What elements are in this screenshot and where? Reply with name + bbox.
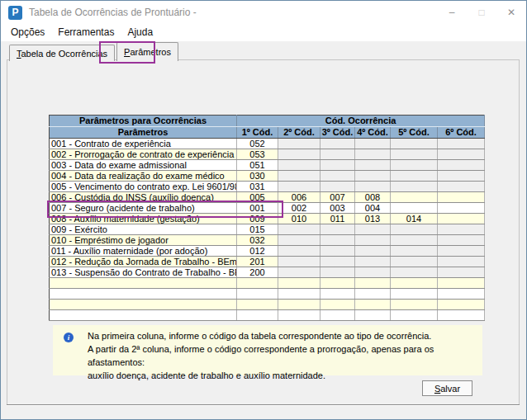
code-cell (438, 235, 485, 246)
code-cell (278, 246, 320, 257)
group-header-cod-ocorrencia: Cód. Ocorrência (237, 116, 485, 127)
code-cell[interactable]: 015 (237, 224, 278, 235)
code-cell (320, 139, 355, 149)
code-cell[interactable] (438, 214, 485, 224)
code-cell[interactable]: 007 (320, 192, 355, 203)
code-cell[interactable]: 002 (278, 203, 320, 214)
code-cell[interactable] (320, 278, 355, 289)
code-cell[interactable] (438, 310, 485, 321)
code-cell (320, 160, 355, 171)
code-cell[interactable] (355, 289, 391, 300)
parameters-grid: Parâmetros para Ocorrências Cód. Ocorrên… (49, 115, 485, 321)
code-cell (355, 160, 391, 171)
code-cell[interactable]: 003 (320, 203, 355, 214)
tabstrip: Tabela de Ocorrências Parâmetros (9, 42, 180, 61)
code-cell (320, 235, 355, 246)
table-row (50, 300, 485, 310)
param-cell: 002 - Prorrogação de contrato de experiê… (50, 149, 237, 160)
code-cell[interactable] (355, 300, 391, 310)
table-row: 001 - Contrato de experiência052 (50, 139, 485, 149)
param-cell (50, 278, 237, 289)
code-cell[interactable]: 011 (320, 214, 355, 224)
code-cell[interactable] (320, 300, 355, 310)
code-cell[interactable] (438, 192, 485, 203)
code-cell[interactable] (355, 278, 391, 289)
info-icon: i (64, 333, 74, 342)
code-cell[interactable] (278, 300, 320, 310)
code-cell[interactable] (391, 203, 438, 214)
code-cell[interactable]: 051 (237, 160, 278, 171)
menu-ferramentas[interactable]: Ferramentas (51, 25, 121, 40)
code-cell (320, 149, 355, 160)
code-cell[interactable] (438, 203, 485, 214)
code-cell (391, 139, 438, 149)
menubar: Opções Ferramentas Ajuda (1, 24, 526, 41)
code-cell[interactable] (237, 310, 278, 321)
table-row: 003 - Data do exame admissional051 (50, 160, 485, 171)
code-cell[interactable] (438, 289, 485, 300)
code-cell[interactable] (355, 310, 391, 321)
code-cell[interactable]: 014 (391, 214, 438, 224)
code-cell[interactable]: 012 (237, 246, 278, 257)
code-cell (355, 139, 391, 149)
code-cell[interactable]: 009 (237, 214, 278, 224)
menu-ajuda[interactable]: Ajuda (121, 25, 159, 40)
param-cell: 010 - Empréstimo de jogador (50, 235, 237, 246)
code-cell[interactable]: 030 (237, 171, 278, 182)
col-header-4: 4º Cód. (355, 127, 391, 139)
code-cell (391, 160, 438, 171)
table-row: 011 - Auxílio maternidade (por adoção)01… (50, 246, 485, 257)
code-cell[interactable] (320, 289, 355, 300)
code-cell[interactable]: 008 (355, 192, 391, 203)
code-cell[interactable] (237, 278, 278, 289)
code-cell[interactable]: 010 (278, 214, 320, 224)
code-cell[interactable]: 005 (237, 192, 278, 203)
code-cell (438, 139, 485, 149)
code-cell[interactable]: 004 (355, 203, 391, 214)
menu-opcoes[interactable]: Opções (4, 25, 51, 40)
code-cell[interactable] (278, 310, 320, 321)
code-cell[interactable] (391, 300, 438, 310)
code-cell[interactable] (438, 300, 485, 310)
tab-tabela-de-ocorrencias[interactable]: Tabela de Ocorrências (9, 45, 115, 61)
code-cell (391, 246, 438, 257)
code-cell[interactable]: 200 (237, 267, 278, 278)
minimize-icon[interactable]: – (437, 1, 467, 24)
code-cell[interactable]: 001 (237, 203, 278, 214)
code-cell (355, 149, 391, 160)
code-cell (438, 160, 485, 171)
param-cell: 008 - Auxílio maternidade (gestação) (50, 214, 237, 224)
app-icon: P (8, 6, 22, 20)
code-cell (355, 171, 391, 182)
close-icon[interactable]: ✕ (496, 1, 526, 24)
param-cell (50, 300, 237, 310)
code-cell[interactable]: 032 (237, 235, 278, 246)
code-cell[interactable] (278, 289, 320, 300)
code-cell[interactable] (391, 289, 438, 300)
code-cell[interactable] (391, 192, 438, 203)
col-header-6: 6º Cód. (438, 127, 485, 139)
code-cell[interactable]: 053 (237, 149, 278, 160)
save-button[interactable]: Salvar (422, 380, 472, 396)
code-cell (438, 246, 485, 257)
code-cell[interactable] (237, 300, 278, 310)
tab-parametros[interactable]: Parâmetros (116, 42, 178, 61)
code-cell (438, 182, 485, 192)
code-cell[interactable] (438, 278, 485, 289)
maximize-icon[interactable]: □ (467, 1, 496, 24)
tab-label: Parâmetros (124, 47, 171, 57)
code-cell[interactable] (278, 278, 320, 289)
code-cell[interactable]: 201 (237, 257, 278, 267)
code-cell[interactable] (391, 310, 438, 321)
code-cell[interactable] (320, 310, 355, 321)
grid-column-header-row: Parâmetros 1º Cód. 2º Cód. 3º Cód. 4º Có… (50, 127, 485, 139)
code-cell[interactable]: 031 (237, 182, 278, 192)
code-cell (278, 257, 320, 267)
code-cell[interactable]: 013 (355, 214, 391, 224)
code-cell[interactable]: 052 (237, 139, 278, 149)
code-cell[interactable] (391, 278, 438, 289)
code-cell[interactable]: 006 (278, 192, 320, 203)
code-cell (355, 246, 391, 257)
titlebar: P Tabela de Ocorrências de Prontuário - … (1, 1, 526, 24)
code-cell[interactable] (237, 289, 278, 300)
